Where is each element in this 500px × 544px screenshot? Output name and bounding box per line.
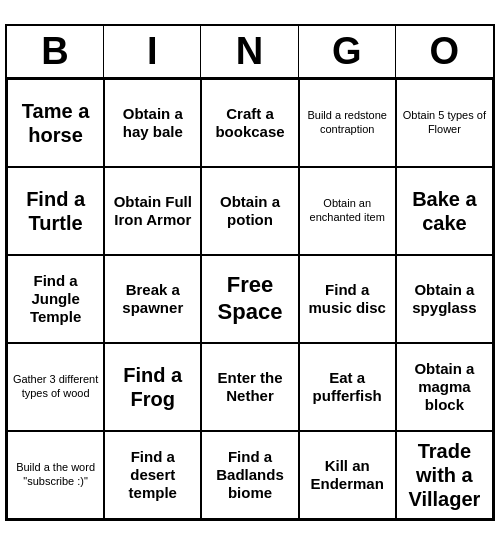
bingo-header: BINGO (7, 26, 493, 79)
bingo-cell-8: Obtain an enchanted item (299, 167, 396, 255)
bingo-cell-17: Enter the Nether (201, 343, 298, 431)
bingo-cell-11: Break a spawner (104, 255, 201, 343)
bingo-cell-0: Tame a horse (7, 79, 104, 167)
bingo-letter: G (299, 26, 396, 77)
bingo-cell-22: Find a Badlands biome (201, 431, 298, 519)
bingo-cell-12: Free Space (201, 255, 298, 343)
bingo-cell-4: Obtain 5 types of Flower (396, 79, 493, 167)
bingo-cell-9: Bake a cake (396, 167, 493, 255)
bingo-cell-20: Build a the word "subscribe :)" (7, 431, 104, 519)
bingo-cell-7: Obtain a potion (201, 167, 298, 255)
bingo-cell-23: Kill an Enderman (299, 431, 396, 519)
bingo-cell-5: Find a Turtle (7, 167, 104, 255)
bingo-cell-18: Eat a pufferfish (299, 343, 396, 431)
bingo-grid: Tame a horseObtain a hay baleCraft a boo… (7, 79, 493, 519)
bingo-letter: I (104, 26, 201, 77)
bingo-letter: B (7, 26, 104, 77)
bingo-cell-1: Obtain a hay bale (104, 79, 201, 167)
bingo-cell-19: Obtain a magma block (396, 343, 493, 431)
bingo-cell-10: Find a Jungle Temple (7, 255, 104, 343)
bingo-cell-15: Gather 3 different types of wood (7, 343, 104, 431)
bingo-letter: N (201, 26, 298, 77)
bingo-cell-3: Build a redstone contraption (299, 79, 396, 167)
bingo-cell-13: Find a music disc (299, 255, 396, 343)
bingo-cell-14: Obtain a spyglass (396, 255, 493, 343)
bingo-cell-2: Craft a bookcase (201, 79, 298, 167)
bingo-letter: O (396, 26, 493, 77)
bingo-cell-21: Find a desert temple (104, 431, 201, 519)
bingo-card: BINGO Tame a horseObtain a hay baleCraft… (5, 24, 495, 521)
bingo-cell-16: Find a Frog (104, 343, 201, 431)
bingo-cell-24: Trade with a Villager (396, 431, 493, 519)
bingo-cell-6: Obtain Full Iron Armor (104, 167, 201, 255)
